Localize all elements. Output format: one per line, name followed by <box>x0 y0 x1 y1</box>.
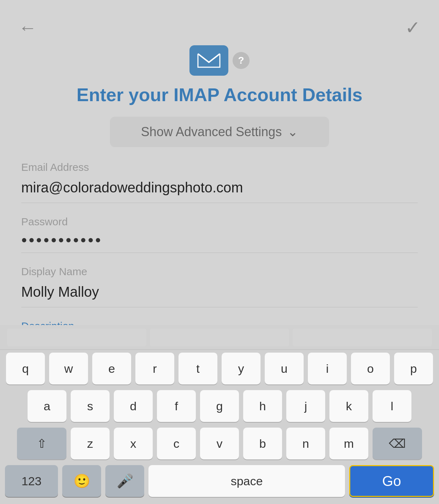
display-name-value[interactable]: Molly Malloy <box>21 280 418 307</box>
suggestion-key-3[interactable] <box>293 329 432 346</box>
display-name-divider <box>21 307 418 307</box>
key-s[interactable]: s <box>71 390 110 422</box>
header-area: ? Enter your IMAP Account Details <box>0 45 439 105</box>
key-z[interactable]: z <box>71 428 110 459</box>
help-icon[interactable]: ? <box>233 52 250 69</box>
key-p[interactable]: p <box>394 353 433 384</box>
key-q[interactable]: q <box>6 353 45 384</box>
key-b[interactable]: b <box>243 428 282 459</box>
suggestion-key-2[interactable] <box>150 329 289 346</box>
email-divider <box>21 203 418 203</box>
suggestion-key-1[interactable] <box>7 329 146 346</box>
key-t[interactable]: t <box>178 353 217 384</box>
email-value[interactable]: mira@coloradoweddingsphoto.com <box>21 176 418 203</box>
key-emoji[interactable]: 🙂 <box>62 465 101 497</box>
key-n[interactable]: n <box>286 428 325 459</box>
keyboard-bottom-row: 123 🙂 🎤 space Go <box>0 462 439 504</box>
advanced-settings-button[interactable]: Show Advanced Settings ⌄ <box>110 117 329 147</box>
keyboard-row-3: ⇧ z x c v b n m ⌫ <box>0 425 439 462</box>
key-go[interactable]: Go <box>349 465 434 497</box>
page-title: Enter your IMAP Account Details <box>76 84 362 105</box>
key-g[interactable]: g <box>200 390 239 422</box>
key-l[interactable]: l <box>373 390 411 422</box>
confirm-button[interactable]: ✓ <box>405 17 421 38</box>
chevron-down-icon: ⌄ <box>287 124 298 139</box>
email-field-group: Email Address mira@coloradoweddingsphoto… <box>21 161 418 203</box>
password-label: Password <box>21 216 418 228</box>
mail-icon <box>189 45 228 76</box>
key-delete[interactable]: ⌫ <box>373 428 422 459</box>
password-divider <box>21 253 418 253</box>
key-a[interactable]: a <box>28 390 66 422</box>
key-mic[interactable]: 🎤 <box>105 465 144 497</box>
display-name-label: Display Name <box>21 266 418 278</box>
key-v[interactable]: v <box>200 428 239 459</box>
advanced-settings-label: Show Advanced Settings <box>141 124 282 139</box>
key-f[interactable]: f <box>157 390 196 422</box>
display-name-field-group: Display Name Molly Malloy <box>21 266 418 307</box>
key-123[interactable]: 123 <box>5 465 58 497</box>
key-y[interactable]: y <box>222 353 261 384</box>
key-k[interactable]: k <box>329 390 368 422</box>
key-shift[interactable]: ⇧ <box>17 428 66 459</box>
key-x[interactable]: x <box>114 428 153 459</box>
back-button[interactable]: ← <box>18 17 37 38</box>
key-space[interactable]: space <box>148 465 345 497</box>
key-r[interactable]: r <box>135 353 174 384</box>
icon-row: ? <box>189 45 250 76</box>
key-e[interactable]: e <box>92 353 131 384</box>
email-label: Email Address <box>21 161 418 173</box>
keyboard-row-1: q w e r t y u i o p <box>0 350 439 387</box>
key-c[interactable]: c <box>157 428 196 459</box>
key-d[interactable]: d <box>114 390 153 422</box>
key-w[interactable]: w <box>49 353 88 384</box>
keyboard-area: q w e r t y u i o p a s d f g h j k l ⇧ … <box>0 325 439 504</box>
password-field-group: Password ●●●●●●●●●●● <box>21 216 418 253</box>
key-m[interactable]: m <box>329 428 368 459</box>
key-h[interactable]: h <box>243 390 282 422</box>
top-bar: ← ✓ <box>0 0 439 45</box>
key-o[interactable]: o <box>351 353 390 384</box>
keyboard-row-2: a s d f g h j k l <box>0 387 439 425</box>
suggestion-row <box>0 325 439 350</box>
key-j[interactable]: j <box>286 390 325 422</box>
password-value[interactable]: ●●●●●●●●●●● <box>21 231 418 253</box>
key-u[interactable]: u <box>265 353 304 384</box>
key-i[interactable]: i <box>308 353 347 384</box>
